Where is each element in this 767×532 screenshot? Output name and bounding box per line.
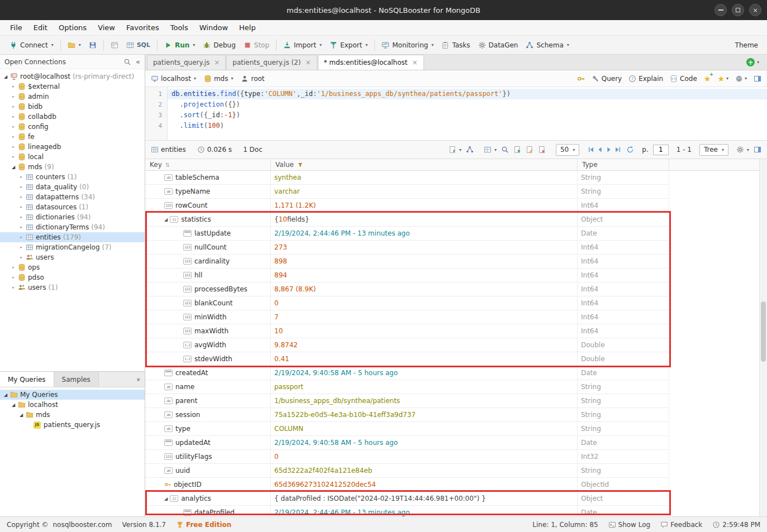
first-page-button[interactable] xyxy=(587,146,595,154)
conn-item-pdso[interactable]: ▸pdso xyxy=(0,272,145,282)
owl-assistant-button[interactable]: ▾ xyxy=(735,75,747,83)
expand-arrow-icon[interactable]: ▸ xyxy=(18,245,25,250)
export-button[interactable]: Export ▾ xyxy=(326,40,371,51)
table-row[interactable]: updatedAt2/19/2024, 9:40:58 AM - 5 hours… xyxy=(145,436,669,450)
expand-arrow-icon[interactable]: ▸ xyxy=(10,124,17,129)
run-button[interactable]: Run ▾ xyxy=(160,40,199,51)
expand-arrow-icon[interactable]: ▸ xyxy=(10,145,17,149)
expand-arrow-icon[interactable]: ▸ xyxy=(10,285,17,290)
conn-item-users[interactable]: ▸users xyxy=(0,252,145,262)
toggle-panel-button[interactable] xyxy=(754,75,761,83)
conn-item-dictionaryterms[interactable]: ▸dictionaryTerms(94) xyxy=(0,222,145,232)
view-options-button[interactable]: ▾ xyxy=(484,146,497,154)
column-header-value[interactable]: Value xyxy=(271,159,578,170)
collapse-arrow-icon[interactable]: ◢ xyxy=(164,217,168,222)
code-editor[interactable]: 1db.entities.find({type:'COLUMN',_id:'1/… xyxy=(145,87,767,141)
favorites-button[interactable]: ★ ▾ xyxy=(717,75,728,83)
scrollbar-thumb[interactable] xyxy=(761,301,766,362)
expand-arrow-icon[interactable]: ▸ xyxy=(10,275,17,280)
expand-arrow-icon[interactable]: ▸ xyxy=(10,265,17,270)
conn-item-entities[interactable]: ▸entities(179) xyxy=(0,232,145,242)
table-row[interactable]: abtypeCOLUMNString xyxy=(145,422,669,436)
table-row[interactable]: 123cardinality898Int64 xyxy=(145,255,669,269)
table-row[interactable]: createdAt2/19/2024, 9:40:58 AM - 5 hours… xyxy=(145,366,669,380)
expand-arrow-icon[interactable]: ▸ xyxy=(10,135,17,139)
expand-arrow-icon[interactable]: ▸ xyxy=(10,84,17,89)
log-panel-button[interactable] xyxy=(107,40,122,51)
table-row[interactable]: abuuid65d3222a2f402f4a121e84ebString xyxy=(145,464,669,478)
table-row[interactable]: 1.2avgWidth9.8742Double xyxy=(145,338,669,352)
conn-item-collabdb[interactable]: ▸collabdb xyxy=(0,112,145,122)
column-header-type[interactable]: Type xyxy=(578,159,669,170)
save-button[interactable] xyxy=(85,40,101,51)
page-size-select[interactable]: 50 ▾ xyxy=(556,144,579,156)
theme-selector[interactable]: Theme xyxy=(735,41,758,49)
site-link[interactable]: nosqlbooster.com xyxy=(53,521,112,529)
tab-my-queries[interactable]: My Queries xyxy=(0,372,54,387)
next-page-button[interactable] xyxy=(605,146,613,154)
conn-item-counters[interactable]: ▸counters(1) xyxy=(0,172,145,182)
chevron-double-down-icon[interactable]: » xyxy=(134,377,142,381)
menu-item-help[interactable]: Help xyxy=(234,23,261,32)
analyze-schema-button[interactable] xyxy=(466,146,474,154)
sql-button[interactable]: SQL xyxy=(122,40,154,51)
expand-arrow-icon[interactable]: ▸ xyxy=(10,94,17,99)
view-mode-select[interactable]: Tree ▾ xyxy=(699,144,728,156)
delete-document-button[interactable] xyxy=(538,146,546,154)
expand-arrow-icon[interactable]: ▸ xyxy=(18,235,25,239)
table-row[interactable]: 123processedBytes8,867 (8.9K)Int64 xyxy=(145,282,669,296)
menu-item-tools[interactable]: Tools xyxy=(165,23,194,32)
menu-item-file[interactable]: File xyxy=(4,23,28,32)
conn-item-root-localhost[interactable]: ◢root@localhost(rs-primary-direct) xyxy=(0,71,145,82)
conn-item-fe[interactable]: ▸fe xyxy=(0,132,145,142)
code-line[interactable]: 4 .limit(100) xyxy=(145,121,767,131)
conn-item-bidb[interactable]: ▸bidb xyxy=(0,102,145,112)
expand-arrow-icon[interactable]: ▸ xyxy=(18,205,25,209)
table-row[interactable]: ◢{}statistics{10 fields}Object xyxy=(145,213,669,227)
table-row[interactable]: abnamepassportString xyxy=(145,380,669,394)
prev-page-button[interactable] xyxy=(596,146,604,154)
show-log-button[interactable]: Show Log xyxy=(608,521,651,529)
host-selector[interactable]: localhost ▾ xyxy=(151,75,196,83)
menu-item-view[interactable]: View xyxy=(92,23,121,32)
feedback-button[interactable]: Feedback xyxy=(660,521,702,529)
collapse-arrow-icon[interactable]: ◢ xyxy=(10,402,17,408)
datagen-button[interactable]: DataGen xyxy=(474,40,522,51)
expand-arrow-icon[interactable]: ▸ xyxy=(18,175,25,179)
editor-tab[interactable]: * mds:entities@localhost× xyxy=(318,55,424,70)
import-button[interactable]: Import ▾ xyxy=(279,40,326,51)
edition-badge[interactable]: Free Edition xyxy=(176,521,231,529)
conn-item-admin[interactable]: ▸admin xyxy=(0,92,145,102)
conn-item-migrationcangelog[interactable]: ▸migrationCangelog(7) xyxy=(0,242,145,252)
conn-item-lineagedb[interactable]: ▸lineagedb xyxy=(0,142,145,152)
conn-item-users[interactable]: ▸users(1) xyxy=(0,282,145,293)
database-selector[interactable]: mds ▾ xyxy=(204,75,234,83)
expand-arrow-icon[interactable]: ▸ xyxy=(18,195,25,199)
table-row[interactable]: abtableSchemasyntheaString xyxy=(145,171,669,185)
conn-item-datasources[interactable]: ▸datasources(1) xyxy=(0,202,145,212)
minimize-button[interactable] xyxy=(714,4,727,16)
code-line[interactable]: 2 .projection({}) xyxy=(145,99,767,110)
code-line[interactable]: 1db.entities.find({type:'COLUMN',_id:'1/… xyxy=(145,89,767,99)
expand-arrow-icon[interactable]: ▸ xyxy=(18,215,25,219)
conn-item-data_quality[interactable]: ▸data_quality(0) xyxy=(0,182,145,192)
conn-item-datapatterns[interactable]: ▸datapatterns(34) xyxy=(0,192,145,202)
close-tab-icon[interactable]: × xyxy=(305,59,311,66)
close-tab-icon[interactable]: × xyxy=(214,59,220,66)
table-row[interactable]: 123nullCount273Int64 xyxy=(145,241,669,255)
expand-arrow-icon[interactable]: ▸ xyxy=(18,255,25,260)
table-row[interactable]: absession75a1522b-e0d5-4e3a-b10b-41eff3a… xyxy=(145,408,669,422)
table-row[interactable]: abparent1/business_apps_db/synthea/patie… xyxy=(145,394,669,408)
collapse-sidebar-icon[interactable]: « xyxy=(136,57,140,66)
conn-item-config[interactable]: ▸config xyxy=(0,122,145,132)
table-row[interactable]: 123blankCount0Int64 xyxy=(145,296,669,310)
collapse-arrow-icon[interactable]: ◢ xyxy=(10,165,17,170)
export-results-button[interactable]: ▾ xyxy=(449,146,461,154)
connect-button[interactable]: Connect ▾ xyxy=(6,40,58,51)
table-row[interactable]: 1.2stdevWidth0.41Double xyxy=(145,352,669,366)
page-input[interactable] xyxy=(653,145,669,155)
tasks-button[interactable]: Tasks xyxy=(437,40,474,51)
vertical-scrollbar[interactable] xyxy=(759,159,767,516)
query-builder-button[interactable]: Query xyxy=(592,75,622,83)
filter-icon[interactable] xyxy=(297,162,303,168)
